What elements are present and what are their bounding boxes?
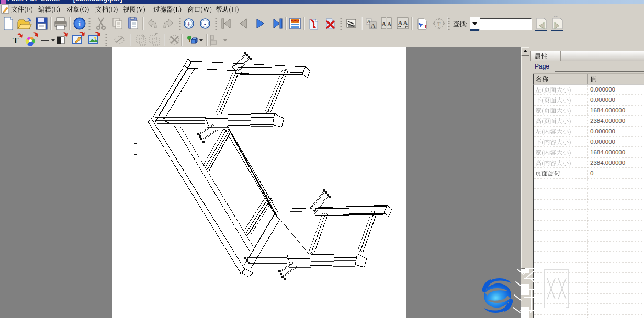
- svg-text:T: T: [437, 21, 441, 27]
- svg-text:T: T: [13, 36, 19, 46]
- svg-text:A: A: [382, 21, 386, 27]
- svg-text:1684.000000: 1684.000000: [590, 149, 625, 155]
- svg-text:2384.000000: 2384.000000: [590, 118, 625, 124]
- svg-text:A: A: [403, 19, 408, 26]
- svg-text:i: i: [78, 20, 81, 28]
- svg-text:0.000000: 0.000000: [590, 128, 615, 134]
- svg-text:+: +: [187, 20, 191, 28]
- svg-text:0.000000: 0.000000: [590, 139, 615, 145]
- svg-text:0.000000: 0.000000: [590, 86, 615, 93]
- svg-text:0: 0: [590, 170, 593, 176]
- svg-text:-: -: [204, 20, 206, 28]
- svg-text:0.000000: 0.000000: [590, 97, 615, 103]
- svg-text:A: A: [398, 19, 402, 26]
- svg-text:1684.000000: 1684.000000: [590, 107, 625, 113]
- svg-text:Page: Page: [535, 63, 549, 70]
- svg-text:A: A: [371, 22, 376, 29]
- svg-text:A: A: [387, 21, 391, 27]
- svg-text:2384.000000: 2384.000000: [590, 160, 625, 166]
- svg-text:T: T: [424, 24, 427, 29]
